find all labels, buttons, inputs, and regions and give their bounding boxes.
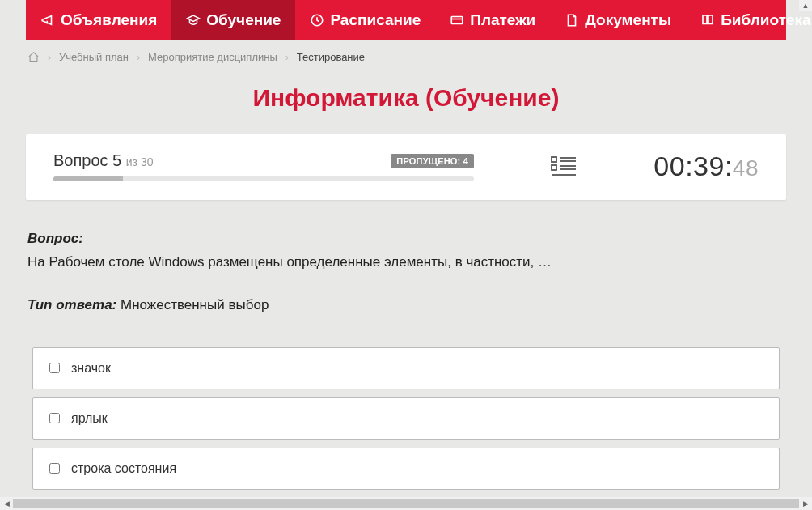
nav-item-library[interactable]: Библиотека ⌄ <box>686 0 812 40</box>
status-card: Вопрос 5 из 30 ПРОПУЩЕНО: 4 <box>26 134 786 200</box>
nav-label: Расписание <box>330 11 421 29</box>
option-checkbox[interactable] <box>49 413 60 423</box>
timer: 00:39:48 <box>653 151 759 182</box>
answer-options: значок ярлык строка состояния <box>27 347 785 490</box>
svg-rect-1 <box>451 16 463 23</box>
nav-label: Платежи <box>470 11 535 29</box>
horizontal-scrollbar[interactable]: ◀ ▶ <box>0 497 812 510</box>
document-icon <box>565 13 579 28</box>
svg-rect-5 <box>552 165 556 170</box>
question-text: На Рабочем столе Windows размещены опред… <box>27 252 785 273</box>
option-text: значок <box>71 361 111 376</box>
question-prompt-label: Вопрос: <box>27 231 785 247</box>
scrollbar-track[interactable] <box>13 497 799 510</box>
book-icon <box>700 13 715 28</box>
answer-option[interactable]: значок <box>32 347 780 389</box>
chevron-right-icon: › <box>137 52 140 63</box>
option-checkbox[interactable] <box>49 463 60 474</box>
option-text: ярлык <box>71 411 108 426</box>
nav-label: Библиотека <box>721 11 810 29</box>
question-content: Вопрос: На Рабочем столе Windows размеще… <box>26 231 786 490</box>
answer-option[interactable]: строка состояния <box>32 448 780 490</box>
scrollbar-thumb[interactable] <box>13 499 799 508</box>
payment-icon <box>450 13 464 28</box>
question-number: Вопрос 5 из 30 <box>53 151 153 170</box>
nav-label: Документы <box>585 11 671 29</box>
nav-label: Обучение <box>206 11 281 29</box>
main-nav: Объявления Обучение Расписание Платежи <box>26 0 786 40</box>
chevron-right-icon: › <box>285 52 289 63</box>
nav-item-education[interactable]: Обучение <box>171 0 295 40</box>
chevron-right-icon: › <box>48 52 51 63</box>
scroll-left-arrow[interactable]: ◀ <box>0 497 13 510</box>
svg-rect-2 <box>552 157 556 162</box>
option-text: строка состояния <box>71 461 176 476</box>
progress-fill <box>53 176 123 181</box>
nav-label: Объявления <box>61 11 157 29</box>
clock-icon <box>310 13 324 28</box>
option-checkbox[interactable] <box>49 363 60 373</box>
scroll-right-arrow[interactable]: ▶ <box>799 497 812 510</box>
nav-item-documents[interactable]: Документы <box>550 0 686 40</box>
nav-item-announcements[interactable]: Объявления <box>26 0 171 40</box>
education-icon <box>186 13 201 28</box>
question-list-icon[interactable] <box>551 155 577 178</box>
scroll-up-arrow[interactable]: ▲ <box>799 0 812 11</box>
page-title: Информатика (Обучение) <box>26 84 786 112</box>
breadcrumb-current: Тестирование <box>297 51 365 63</box>
breadcrumb-link[interactable]: Мероприятие дисциплины <box>148 51 277 63</box>
answer-option[interactable]: ярлык <box>32 397 780 440</box>
megaphone-icon <box>40 13 55 28</box>
home-icon[interactable] <box>27 51 40 63</box>
progress-bar <box>53 176 474 181</box>
skipped-badge: ПРОПУЩЕНО: 4 <box>391 154 474 168</box>
nav-item-schedule[interactable]: Расписание <box>295 0 435 40</box>
nav-item-payments[interactable]: Платежи <box>435 0 550 40</box>
breadcrumb-link[interactable]: Учебный план <box>59 51 129 63</box>
answer-type: Тип ответа: Множественный выбор <box>27 297 785 313</box>
breadcrumb: › Учебный план › Мероприятие дисциплины … <box>26 40 786 74</box>
